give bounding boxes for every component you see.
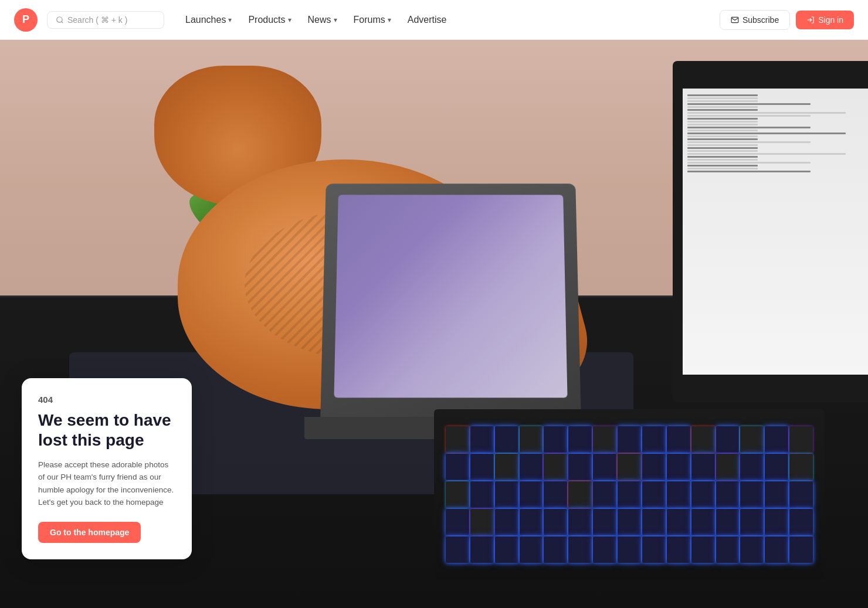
- search-placeholder: Search ( ⌘ + k ): [67, 15, 127, 25]
- nav-link-products[interactable]: Products ▾: [241, 10, 298, 30]
- signin-icon: [806, 16, 815, 24]
- search-bar[interactable]: Search ( ⌘ + k ): [47, 11, 164, 29]
- chevron-down-icon: ▾: [388, 16, 391, 24]
- error-description: Please accept these adorable photos of o…: [38, 458, 175, 509]
- nav-link-advertise[interactable]: Advertise: [401, 10, 454, 30]
- navbar: P Search ( ⌘ + k ) Launches ▾ Products ▾…: [0, 0, 868, 40]
- error-title: We seem to have lost this page: [38, 410, 175, 450]
- chevron-down-icon: ▾: [228, 16, 232, 24]
- subscribe-button[interactable]: Subscribe: [720, 10, 790, 30]
- chevron-down-icon: ▾: [288, 16, 291, 24]
- nav-right: Subscribe Sign in: [720, 10, 854, 30]
- nav-link-forums[interactable]: Forums ▾: [347, 10, 398, 30]
- logo[interactable]: P: [14, 8, 38, 32]
- monitor: [651, 40, 868, 466]
- error-card: 404 We seem to have lost this page Pleas…: [22, 378, 192, 559]
- signin-button[interactable]: Sign in: [796, 11, 854, 29]
- chevron-down-icon: ▾: [334, 16, 337, 24]
- subscribe-icon: [731, 16, 739, 24]
- search-icon: [56, 16, 64, 24]
- nav-link-news[interactable]: News ▾: [301, 10, 344, 30]
- nav-links: Launches ▾ Products ▾ News ▾ Forums ▾ Ad…: [178, 10, 720, 30]
- svg-line-1: [62, 21, 63, 23]
- keyboard: [434, 409, 825, 580]
- error-code: 404: [38, 395, 175, 405]
- nav-link-launches[interactable]: Launches ▾: [178, 10, 239, 30]
- svg-point-0: [57, 16, 62, 22]
- go-to-homepage-button[interactable]: Go to the homepage: [38, 522, 141, 543]
